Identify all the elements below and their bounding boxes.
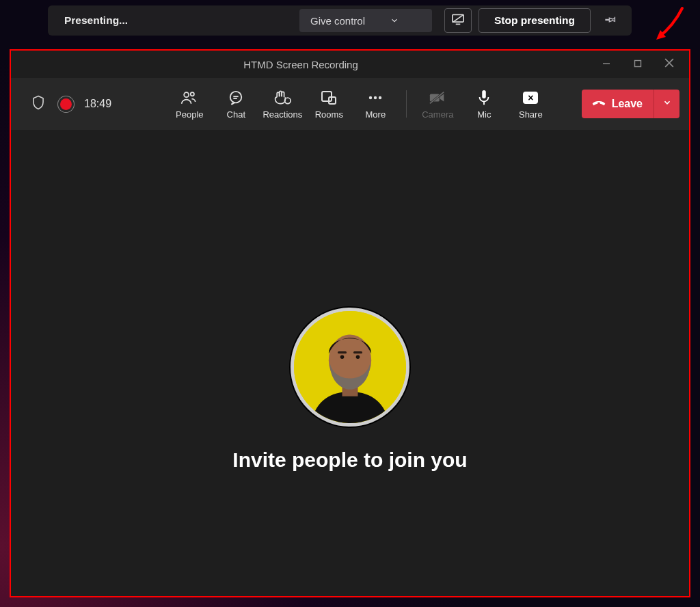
close-button[interactable] [654,51,685,78]
presenting-bar: Presenting... Give control Stop presenti… [48,5,632,36]
svg-point-7 [191,92,194,96]
reactions-button[interactable]: Reactions [260,78,305,130]
pop-out-screen-button[interactable] [444,8,472,33]
minimize-icon [602,58,610,70]
mic-icon [477,89,491,107]
rooms-label: Rooms [315,109,343,120]
svg-rect-27 [353,351,362,353]
close-icon [664,58,674,70]
mic-button[interactable]: Mic [461,78,507,130]
mic-label: Mic [477,109,491,120]
chevron-down-icon [390,16,399,25]
meeting-content: Invite people to join you [11,130,689,596]
chat-label: Chat [227,109,245,120]
svg-point-24 [340,355,345,359]
title-bar: HTMD Screen Recording [11,51,689,78]
chat-icon [228,89,244,107]
more-label: More [366,109,386,120]
minimize-button[interactable] [591,51,622,78]
svg-line-1 [453,14,463,22]
svg-point-6 [185,92,189,97]
elapsed-time: 18:49 [84,98,111,110]
svg-rect-12 [322,92,332,101]
svg-point-14 [369,96,372,98]
leave-options-button[interactable] [654,90,679,118]
maximize-button[interactable] [622,51,654,78]
pin-button[interactable] [600,10,621,31]
leave-button[interactable]: Leave [582,90,679,118]
leave-label: Leave [612,98,643,110]
chat-button[interactable]: Chat [213,78,258,130]
rooms-icon [321,89,337,107]
pin-icon [604,13,617,28]
give-control-label: Give control [310,15,365,27]
stop-presenting-button[interactable]: Stop presenting [479,8,591,33]
svg-point-25 [356,355,360,359]
stop-presenting-label: Stop presenting [494,14,575,27]
svg-rect-20 [483,90,487,98]
people-label: People [176,109,203,120]
rooms-button[interactable]: Rooms [306,78,351,130]
monitor-slash-icon [451,13,465,28]
camera-off-icon [429,89,446,107]
participant-avatar [291,308,409,427]
hangup-icon [591,97,612,111]
reactions-icon [273,89,291,107]
maximize-icon [634,58,642,70]
more-icon [367,89,383,107]
share-button[interactable]: × Share [508,78,553,130]
window-title: HTMD Screen Recording [11,59,591,70]
svg-point-16 [379,96,381,98]
svg-rect-3 [635,61,641,67]
presenting-status: Presenting... [64,14,299,27]
share-label: Share [519,109,543,120]
svg-rect-26 [338,351,347,353]
meeting-window: HTMD Screen Recording 18:49 [10,49,690,597]
give-control-dropdown[interactable]: Give control [299,9,432,32]
camera-label: Camera [422,109,453,120]
annotation-arrow-icon [649,4,688,48]
avatar-image [291,308,409,427]
meeting-toolbar: 18:49 People [11,78,689,130]
camera-button[interactable]: Camera [415,78,460,130]
people-icon [180,89,198,107]
shield-icon[interactable] [31,95,45,113]
more-button[interactable]: More [353,78,398,130]
reactions-label: Reactions [262,109,302,120]
toolbar-separator [406,90,407,118]
chevron-down-icon [662,98,672,110]
share-stop-icon: × [523,89,538,107]
recording-indicator-icon [60,98,72,110]
invite-heading: Invite people to join you [232,448,467,472]
svg-point-15 [374,96,377,98]
people-button[interactable]: People [167,78,212,130]
